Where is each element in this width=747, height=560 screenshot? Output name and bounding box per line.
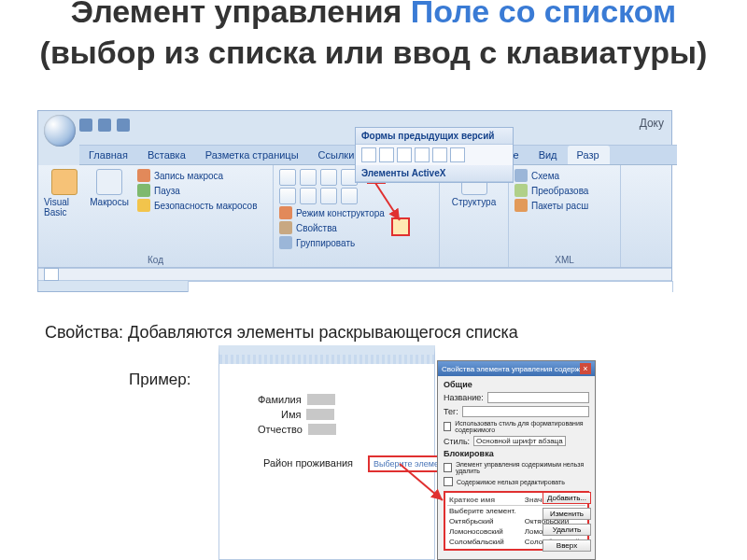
form-patronymic: Отчество <box>258 424 336 435</box>
save-icon[interactable] <box>79 119 92 132</box>
edit-button[interactable]: Изменить <box>543 508 591 520</box>
popup-activex-header: Элементы ActiveX <box>356 165 513 182</box>
lock-section: Блокировка <box>444 449 589 458</box>
properties-dialog: Свойства элемента управления содержимым … <box>437 360 596 560</box>
form-firstname: Имя <box>281 409 334 420</box>
document-background <box>218 345 435 560</box>
properties-icon <box>279 221 292 234</box>
lock-edit-checkbox[interactable]: Содержимое нельзя редактировать <box>444 477 589 486</box>
block-control-icon[interactable] <box>320 188 337 204</box>
title-highlight: Поле со списком <box>411 0 676 29</box>
richtext-control-icon[interactable] <box>279 169 296 186</box>
legacy-tools-popup: Формы предыдущих версий Элементы ActiveX <box>355 127 514 183</box>
popup-legacy-row <box>356 145 513 165</box>
tab-home[interactable]: Главная <box>79 146 138 164</box>
ruler-toggle-icon[interactable] <box>44 268 59 281</box>
legacy-tools-icon[interactable] <box>341 188 358 204</box>
properties-button[interactable]: Свойства <box>279 221 385 234</box>
visual-basic-button[interactable]: Visual Basic <box>44 169 85 217</box>
expansion-packs-button[interactable]: Пакеты расш <box>514 199 588 212</box>
style-field: Стиль:Основной шрифт абзаца <box>444 436 589 446</box>
document-area <box>188 281 673 292</box>
schema-button[interactable]: Схема <box>514 169 559 182</box>
region-label: Район проживания <box>263 457 353 469</box>
delete-button[interactable]: Удалить <box>543 524 591 536</box>
document-title: Доку <box>640 117 664 130</box>
style-select[interactable]: Основной шрифт абзаца <box>473 436 566 446</box>
popup-legacy-header: Формы предыдущих версий <box>356 128 513 145</box>
record-icon <box>137 169 150 182</box>
slide-title: Элемент управления Поле со списком (выбо… <box>0 0 747 73</box>
pause-button[interactable]: Пауза <box>137 184 258 197</box>
macros-button[interactable]: Макросы <box>89 169 130 207</box>
name-field: Название: <box>444 392 589 403</box>
tab-insert[interactable]: Вставка <box>138 146 196 164</box>
controls-row1 <box>279 169 358 186</box>
legacy-shading-icon[interactable] <box>432 147 447 162</box>
office-button[interactable] <box>44 115 76 147</box>
properties-note: Свойства: Добавляются элементы раскрываю… <box>45 323 518 343</box>
dropdown-control-icon[interactable] <box>279 188 296 204</box>
list-buttons: Добавить... Изменить Удалить Вверх <box>543 492 591 552</box>
group-code: Visual Basic Макросы Запись макроса Пауз… <box>38 165 274 267</box>
up-button[interactable]: Вверх <box>543 539 591 552</box>
dialog-titlebar[interactable]: Свойства элемента управления содержимым … <box>438 361 595 376</box>
tab-view[interactable]: Вид <box>529 146 568 164</box>
highlight-legacy-tools <box>391 217 410 236</box>
transform-button[interactable]: Преобразова <box>514 184 588 197</box>
quick-access-toolbar <box>79 119 130 132</box>
legacy-checkbox-icon[interactable] <box>379 147 394 162</box>
group-button[interactable]: Группировать <box>279 236 385 249</box>
group-xml-label: XML <box>514 253 614 265</box>
controls-row2 <box>279 188 358 204</box>
packs-icon <box>514 199 528 212</box>
title-part1: Элемент управления <box>71 0 411 29</box>
design-mode-icon <box>279 206 292 219</box>
close-icon[interactable]: × <box>580 363 591 374</box>
redo-icon[interactable] <box>117 119 130 132</box>
checkbox-icon <box>444 463 452 472</box>
dialog-title: Свойства элемента управления содержимым <box>442 365 580 373</box>
undo-icon[interactable] <box>98 119 111 132</box>
title-part2: (выбор из списка или ввод с клавиатуры) <box>40 35 708 70</box>
horizontal-ruler <box>38 268 671 281</box>
form-lastname: Фамилия <box>258 394 335 405</box>
tab-developer[interactable]: Разр <box>568 146 610 164</box>
lastname-field[interactable] <box>307 394 335 405</box>
legacy-dropdown-icon[interactable] <box>397 147 412 162</box>
general-section: Общие <box>444 380 589 389</box>
legacy-reset-icon[interactable] <box>450 147 465 162</box>
checkbox-icon <box>444 422 451 431</box>
lock-remove-checkbox[interactable]: Элемент управления содержимым нельзя уда… <box>444 461 589 474</box>
macro-security-button[interactable]: Безопасность макросов <box>137 199 258 212</box>
date-control-icon[interactable] <box>300 188 317 204</box>
tag-input[interactable] <box>462 406 589 417</box>
add-button[interactable]: Добавить... <box>543 492 591 504</box>
design-mode-button[interactable]: Режим конструктора <box>279 206 385 219</box>
group-controls-label <box>279 263 433 265</box>
schema-icon <box>514 169 528 182</box>
tab-layout[interactable]: Разметка страницы <box>196 146 309 164</box>
group-code-label: Код <box>44 253 267 265</box>
group-icon <box>279 236 292 249</box>
text-control-icon[interactable] <box>300 169 317 186</box>
picture-control-icon[interactable] <box>320 169 337 186</box>
name-input[interactable] <box>487 392 589 403</box>
warning-icon <box>137 199 150 212</box>
use-style-checkbox[interactable]: Использовать стиль для форматирования со… <box>444 420 589 433</box>
legacy-textbox-icon[interactable] <box>361 147 376 162</box>
group-xml: Схема Преобразова Пакеты расш XML <box>509 165 621 267</box>
checkbox-icon <box>444 477 453 486</box>
patronymic-field[interactable] <box>308 424 336 435</box>
transform-icon <box>514 184 528 197</box>
pause-icon <box>137 184 150 197</box>
legacy-frame-icon[interactable] <box>415 147 430 162</box>
firstname-field[interactable] <box>306 409 334 420</box>
tag-field: Тег: <box>444 406 589 417</box>
example-label: Пример: <box>129 371 191 389</box>
record-macro-button[interactable]: Запись макроса <box>137 169 258 182</box>
